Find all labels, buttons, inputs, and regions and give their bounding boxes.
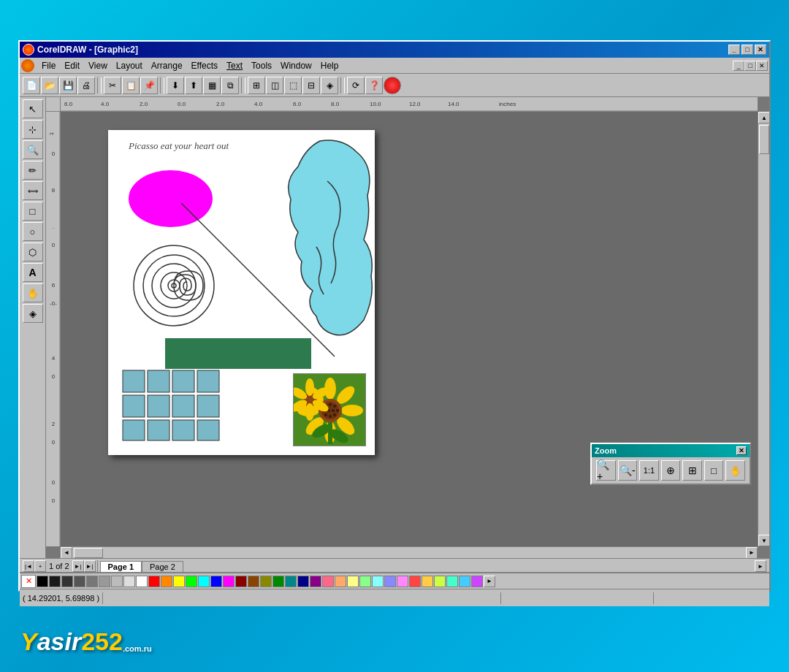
drawing-page[interactable]: Picasso eat your heart out (108, 130, 375, 455)
tool-import[interactable]: ⬇ (167, 77, 184, 94)
color-green[interactable] (186, 576, 197, 587)
menu-help[interactable]: Help (316, 59, 343, 72)
tool-fill[interactable]: ◈ (23, 304, 43, 323)
color-gray3[interactable] (111, 576, 123, 587)
color-y2[interactable] (422, 576, 433, 587)
menu-effects[interactable]: Effects (187, 59, 222, 72)
tool-dimension[interactable]: ⟺ (23, 181, 43, 200)
menu-window[interactable]: Window (276, 59, 316, 72)
color-orange[interactable] (161, 576, 172, 587)
tool-select[interactable]: ↖ (23, 99, 43, 118)
color-yellow[interactable] (173, 576, 185, 587)
menu-file[interactable]: File (37, 59, 60, 72)
tool-b4[interactable]: ◫ (266, 77, 283, 94)
zoom-page-button[interactable]: □ (704, 460, 724, 481)
color-olive[interactable] (260, 576, 272, 587)
page-tab-1[interactable]: Page 1 (100, 561, 142, 572)
page-last-button[interactable]: ►| (84, 560, 96, 572)
tool-b8[interactable]: ⟳ (347, 77, 365, 94)
page-first-button[interactable]: |◄ (23, 560, 34, 572)
color-none-swatch[interactable]: ✕ (21, 575, 36, 588)
color-darkgreen[interactable] (272, 576, 284, 587)
color-lightyellow[interactable] (347, 576, 359, 587)
menu-arrange[interactable]: Arrange (147, 59, 187, 72)
page-tab-2[interactable]: Page 2 (142, 561, 183, 572)
color-purple[interactable] (310, 576, 321, 587)
tool-save[interactable]: 💾 (59, 77, 77, 94)
tool-export[interactable]: ⬆ (185, 77, 202, 94)
zoom-pan-button[interactable]: ✋ (725, 460, 745, 481)
color-cyan[interactable] (198, 576, 210, 587)
color-brown[interactable] (248, 576, 259, 587)
doc-minimize-button[interactable]: _ (733, 61, 744, 71)
tool-b9[interactable]: ❓ (365, 77, 383, 94)
color-black[interactable] (37, 576, 48, 587)
scroll-up-button[interactable]: ▲ (758, 112, 769, 123)
color-lightblue[interactable] (384, 576, 396, 587)
color-g2[interactable] (434, 576, 446, 587)
zoom-out-button[interactable]: 🔍- (618, 460, 638, 481)
tool-paste[interactable]: 📌 (140, 77, 158, 94)
color-magenta[interactable] (223, 576, 235, 587)
tool-copy[interactable]: 📋 (122, 77, 140, 94)
color-red[interactable] (148, 576, 160, 587)
page-prev-button[interactable]: + (34, 560, 46, 572)
color-light1[interactable] (123, 576, 135, 587)
scrollbar-vertical[interactable]: ▲ ▼ (758, 112, 769, 546)
color-scroll-right[interactable]: ► (484, 576, 495, 587)
tool-ellipse[interactable]: ○ (23, 222, 43, 241)
zoom-fit-button[interactable]: ⊕ (661, 460, 681, 481)
menu-layout[interactable]: Layout (112, 59, 147, 72)
menu-text[interactable]: Text (222, 59, 247, 72)
color-navy[interactable] (297, 576, 309, 587)
color-gray1[interactable] (86, 576, 98, 587)
tool-freehand[interactable]: ✏ (23, 161, 43, 180)
color-b2[interactable] (459, 576, 470, 587)
scrollbar-horizontal[interactable]: ◄ ► (61, 546, 758, 558)
color-lightcyan[interactable] (372, 576, 384, 587)
color-dark1[interactable] (49, 576, 61, 587)
tool-b5[interactable]: ⬚ (284, 77, 302, 94)
color-blue[interactable] (210, 576, 222, 587)
color-lightmagenta[interactable] (397, 576, 408, 587)
zoom-in-button[interactable]: 🔍+ (596, 460, 616, 481)
tool-hand[interactable]: ✋ (23, 283, 43, 302)
tool-apple[interactable] (384, 77, 401, 94)
doc-maximize-button[interactable]: □ (744, 61, 756, 71)
color-dark2[interactable] (61, 576, 73, 587)
tool-cut[interactable]: ✂ (104, 77, 121, 94)
scroll-left-button[interactable]: ◄ (61, 547, 72, 559)
color-lightgreen[interactable] (359, 576, 371, 587)
tool-b6[interactable]: ⊟ (302, 77, 320, 94)
tool-zoom[interactable]: 🔍 (23, 140, 43, 159)
tool-print[interactable]: 🖨 (77, 77, 95, 94)
color-darkred[interactable] (235, 576, 247, 587)
tool-b1[interactable]: ▦ (203, 77, 221, 94)
color-v2[interactable] (471, 576, 483, 587)
tool-node[interactable]: ⊹ (23, 120, 43, 139)
color-gray2[interactable] (99, 576, 110, 587)
tool-text[interactable]: A (23, 263, 43, 282)
tool-open[interactable]: 📂 (41, 77, 58, 94)
minimize-button[interactable]: _ (728, 45, 740, 55)
zoom-close-button[interactable]: ✕ (736, 446, 747, 455)
scroll-thumb-v[interactable] (759, 125, 769, 154)
color-teal[interactable] (285, 576, 297, 587)
tool-b2[interactable]: ⧉ (221, 77, 239, 94)
color-pink1[interactable] (322, 576, 334, 587)
scroll-right-button[interactable]: ► (746, 547, 758, 559)
scroll-thumb-h[interactable] (74, 548, 103, 558)
page-next-button[interactable]: ►| (72, 560, 84, 572)
maximize-button[interactable]: □ (742, 45, 753, 55)
scroll-down-button[interactable]: ▼ (758, 535, 769, 546)
color-c2[interactable] (446, 576, 458, 587)
color-peach[interactable] (335, 576, 346, 587)
tool-b7[interactable]: ◈ (321, 77, 338, 94)
tool-polygon[interactable]: ⬡ (23, 243, 43, 261)
menu-tools[interactable]: Tools (247, 59, 276, 72)
color-white[interactable] (136, 576, 148, 587)
zoom-selected-button[interactable]: ⊞ (682, 460, 702, 481)
close-button[interactable]: ✕ (755, 45, 766, 55)
menu-view[interactable]: View (84, 59, 112, 72)
zoom-1to1-button[interactable]: 1:1 (639, 460, 659, 481)
